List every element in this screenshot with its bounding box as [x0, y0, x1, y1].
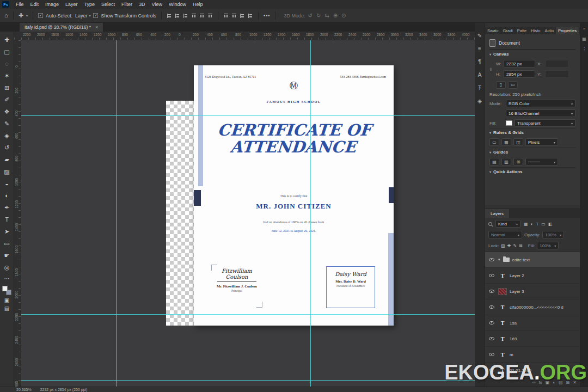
visibility-toggle[interactable]	[488, 353, 495, 356]
3d-roll-icon[interactable]: ↻	[316, 13, 321, 19]
grid-toggle-icon[interactable]: ▦	[501, 138, 511, 146]
fill-dropdown[interactable]: Transparent ▾	[514, 119, 575, 127]
3d-slide-icon[interactable]: ⊕	[333, 13, 338, 19]
type-tool[interactable]: T	[1, 213, 14, 225]
menu-item[interactable]: 3D	[136, 0, 149, 9]
foreground-color-swatch[interactable]	[2, 286, 8, 291]
lock-position-icon[interactable]: ✚	[507, 243, 511, 248]
auto-select-target-dropdown[interactable]: Layer ▾	[75, 13, 91, 19]
layer-row[interactable]: ▾ T cifa0000000...<<<<<<<<0 d	[485, 299, 580, 315]
layer-row[interactable]: ▾ T m	[485, 347, 580, 363]
align-right-icon[interactable]	[183, 13, 188, 19]
panel-more-icon[interactable]: ⋮	[582, 47, 586, 52]
panel-tab[interactable]: Histo	[529, 27, 542, 34]
lasso-tool[interactable]: ◌	[1, 58, 14, 70]
panel-grid-icon[interactable]: ▦	[582, 36, 586, 41]
bit-depth-dropdown[interactable]: 16 Bits/Channel ▾	[506, 109, 575, 117]
filter-smart-icon[interactable]: ◧	[548, 222, 553, 226]
menu-item[interactable]: Type	[81, 0, 99, 9]
rulers-grids-section-header[interactable]: ▾ Rulers & Grids	[489, 128, 575, 137]
visibility-toggle[interactable]	[488, 305, 495, 309]
align-top-icon[interactable]	[191, 13, 197, 19]
eraser-tool[interactable]: ▰	[1, 154, 14, 166]
color-mode-dropdown[interactable]: RGB Color ▾	[506, 100, 575, 107]
distribute-middle-icon[interactable]	[231, 13, 237, 19]
distribute-left-icon[interactable]	[240, 13, 245, 19]
pen-tool[interactable]: ✒	[1, 201, 14, 213]
lock-all-icon[interactable]: ⊠	[519, 243, 523, 248]
units-dropdown[interactable]: Pixels ▾	[525, 138, 558, 146]
certificate-document[interactable]: 3126 Dogwood Ln., Tucson, AZ 85701 533-2…	[194, 65, 394, 326]
filter-shape-icon[interactable]: ▭	[541, 222, 546, 226]
expand-caret-icon[interactable]: ▾	[498, 258, 500, 262]
expand-panels-icon[interactable]: »	[583, 26, 585, 31]
guides-section-header[interactable]: ▾ Guides	[489, 148, 575, 156]
visibility-toggle[interactable]	[488, 258, 495, 261]
align-center-h-icon[interactable]	[175, 13, 180, 19]
height-field[interactable]: 2854 px	[504, 70, 535, 78]
clone-stamp-tool[interactable]: ◈	[1, 130, 14, 142]
visibility-toggle[interactable]	[488, 321, 495, 324]
width-field[interactable]: 2232 px	[504, 60, 535, 68]
y-field[interactable]	[545, 70, 569, 78]
more-options-icon[interactable]: •••	[264, 13, 270, 19]
eyedropper-tool[interactable]: ✐	[1, 94, 14, 106]
filter-type-icon[interactable]: T	[536, 222, 538, 226]
3d-pan-icon[interactable]: ⇆	[324, 13, 329, 19]
marquee-tool[interactable]: ▢	[1, 46, 14, 58]
x-field[interactable]	[545, 60, 569, 68]
kind-filter-dropdown[interactable]: Kind ▾	[495, 220, 520, 228]
guides-toggle-icon[interactable]: ▤	[489, 158, 499, 166]
distribute-top-icon[interactable]	[223, 13, 229, 19]
panel-tab[interactable]: Properties	[556, 27, 579, 34]
link-dimensions-icon[interactable]: ∞	[488, 68, 493, 71]
menu-item[interactable]: Image	[42, 0, 62, 9]
home-icon[interactable]: ⌂	[4, 13, 8, 19]
layer-row[interactable]: ▾ T Layer 2	[485, 268, 580, 284]
clone-source-icon[interactable]: ◈	[477, 98, 482, 104]
menu-item[interactable]: View	[149, 0, 166, 9]
screen-mode-icon[interactable]: ▤	[4, 305, 9, 311]
adjustments-icon[interactable]: ≡	[478, 46, 481, 52]
gradient-tool[interactable]: ▨	[1, 166, 14, 177]
color-swatches[interactable]	[2, 286, 11, 295]
guide-horizontal[interactable]	[21, 380, 475, 381]
portrait-orientation-button[interactable]: ▯	[496, 81, 506, 89]
menu-item[interactable]: Filter	[118, 0, 136, 9]
paragraph-icon[interactable]: ¶	[478, 59, 481, 65]
move-tool[interactable]: ✚	[1, 34, 14, 46]
panel-tab[interactable]: Actio	[542, 27, 556, 34]
opacity-field[interactable]: 100% ▾	[542, 231, 564, 238]
layer-row[interactable]: ▾ T 1sa	[485, 315, 580, 331]
brush-settings-icon[interactable]: ✎	[477, 33, 482, 39]
guide-style-dropdown[interactable]: ▾	[525, 158, 558, 166]
horizontal-ruler[interactable]: 2200200018001600140012001000800600400200…	[14, 32, 475, 40]
zoom-level[interactable]: 20.365%	[16, 388, 32, 391]
shape-tool[interactable]: ▭	[1, 237, 14, 249]
lock-paint-icon[interactable]: ✎	[513, 243, 517, 248]
glyphs-icon[interactable]: Ŧ	[478, 85, 481, 91]
quick-actions-section-header[interactable]: ▾ Quick Actions	[489, 167, 575, 176]
vertical-ruler[interactable]: 0200400600800100012001400160018002000220…	[14, 40, 21, 387]
chevron-down-icon[interactable]: ▾	[26, 14, 28, 17]
guide-vertical[interactable]	[310, 40, 311, 387]
healing-brush-tool[interactable]: ❖	[1, 106, 14, 118]
hand-tool[interactable]: ☛	[1, 249, 14, 261]
document-tab[interactable]: Italy id.psd @ 20.7% (RGB/16) * ×	[20, 23, 103, 32]
magic-wand-tool[interactable]: ✶	[1, 70, 14, 82]
dodge-tool[interactable]: ◐	[1, 189, 14, 201]
visibility-toggle[interactable]	[488, 290, 495, 293]
transparent-region[interactable]	[166, 101, 194, 326]
canvas-area[interactable]: 3126 Dogwood Ln., Tucson, AZ 85701 533-2…	[21, 40, 475, 387]
layer-row[interactable]: ▾ T 169	[485, 331, 580, 347]
fill-color-swatch[interactable]	[506, 120, 512, 126]
quick-mask-icon[interactable]: ▣	[4, 297, 9, 303]
guide-horizontal[interactable]	[21, 115, 475, 116]
panel-tab[interactable]: Patte	[515, 27, 529, 34]
auto-select-checkbox[interactable]: ✓	[38, 13, 43, 18]
layers-tab[interactable]: Layers	[485, 209, 509, 218]
3d-rotate-icon[interactable]: ↺	[308, 13, 312, 19]
path-select-tool[interactable]: ➤	[1, 225, 14, 237]
panel-tab[interactable]: Gradi	[500, 27, 514, 34]
toolbar-more-icon[interactable]: ⋯	[4, 275, 10, 281]
